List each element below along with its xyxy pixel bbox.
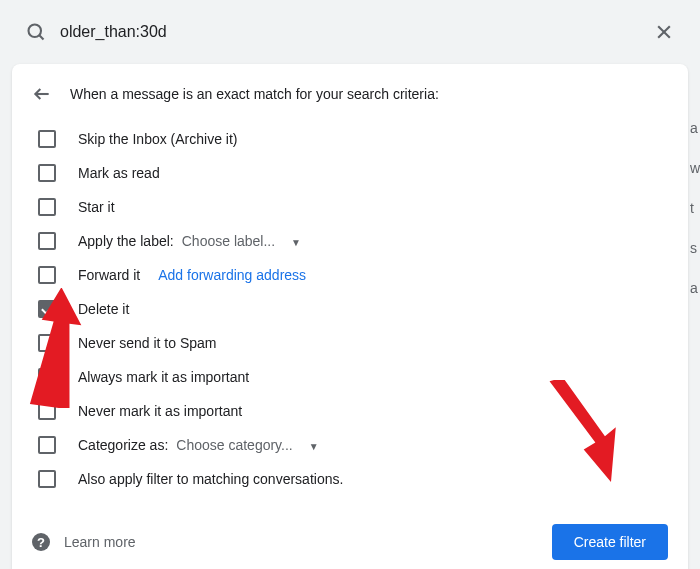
label-forward-it: Forward it [78, 267, 140, 283]
checkbox-mark-read[interactable] [38, 164, 56, 182]
checkbox-never-important[interactable] [38, 402, 56, 420]
checkbox-categorize[interactable] [38, 436, 56, 454]
option-never-spam[interactable]: Never send it to Spam [32, 326, 668, 360]
checkbox-skip-inbox[interactable] [38, 130, 56, 148]
label-always-important: Always mark it as important [78, 369, 249, 385]
help-icon[interactable]: ? [32, 533, 50, 551]
category-choose-text: Choose category... [176, 437, 292, 453]
create-filter-button[interactable]: Create filter [552, 524, 668, 560]
label-dropdown[interactable]: Choose label... ▼ [182, 233, 301, 249]
label-star-it: Star it [78, 199, 115, 215]
option-categorize[interactable]: Categorize as: Choose category... ▼ [32, 428, 668, 462]
search-icon[interactable] [26, 22, 46, 42]
option-mark-read[interactable]: Mark as read [32, 156, 668, 190]
learn-more-section: ? Learn more [32, 533, 136, 551]
option-skip-inbox[interactable]: Skip the Inbox (Archive it) [32, 122, 668, 156]
checkbox-forward-it[interactable] [38, 266, 56, 284]
dialog-footer: ? Learn more Create filter [32, 516, 668, 560]
checkbox-apply-matching[interactable] [38, 470, 56, 488]
checkbox-always-important[interactable] [38, 368, 56, 386]
option-always-important[interactable]: Always mark it as important [32, 360, 668, 394]
checkbox-apply-label[interactable] [38, 232, 56, 250]
label-mark-read: Mark as read [78, 165, 160, 181]
learn-more-link[interactable]: Learn more [64, 534, 136, 550]
option-forward-it[interactable]: Forward it Add forwarding address [32, 258, 668, 292]
search-input[interactable] [60, 23, 654, 41]
header-text: When a message is an exact match for you… [70, 86, 439, 102]
close-icon[interactable] [654, 22, 674, 42]
label-never-spam: Never send it to Spam [78, 335, 217, 351]
checkbox-star-it[interactable] [38, 198, 56, 216]
option-delete-it[interactable]: Delete it [32, 292, 668, 326]
checkbox-delete-it[interactable] [38, 300, 56, 318]
svg-point-0 [29, 25, 42, 38]
option-apply-matching[interactable]: Also apply filter to matching conversati… [32, 462, 668, 496]
option-star-it[interactable]: Star it [32, 190, 668, 224]
dialog-header: When a message is an exact match for you… [32, 84, 668, 104]
option-never-important[interactable]: Never mark it as important [32, 394, 668, 428]
label-skip-inbox: Skip the Inbox (Archive it) [78, 131, 238, 147]
label-categorize: Categorize as: [78, 437, 168, 453]
background-text: a w t s a [690, 120, 700, 320]
label-never-important: Never mark it as important [78, 403, 242, 419]
svg-line-1 [39, 35, 43, 39]
option-apply-label[interactable]: Apply the label: Choose label... ▼ [32, 224, 668, 258]
chevron-down-icon: ▼ [309, 441, 319, 452]
category-dropdown[interactable]: Choose category... ▼ [176, 437, 318, 453]
back-arrow-icon[interactable] [32, 84, 52, 104]
label-delete-it: Delete it [78, 301, 129, 317]
label-apply-matching: Also apply filter to matching conversati… [78, 471, 343, 487]
label-choose-text: Choose label... [182, 233, 275, 249]
checkbox-never-spam[interactable] [38, 334, 56, 352]
filter-dialog: When a message is an exact match for you… [12, 64, 688, 569]
label-apply-label: Apply the label: [78, 233, 174, 249]
add-forwarding-link[interactable]: Add forwarding address [158, 267, 306, 283]
chevron-down-icon: ▼ [291, 237, 301, 248]
search-bar [12, 8, 688, 56]
